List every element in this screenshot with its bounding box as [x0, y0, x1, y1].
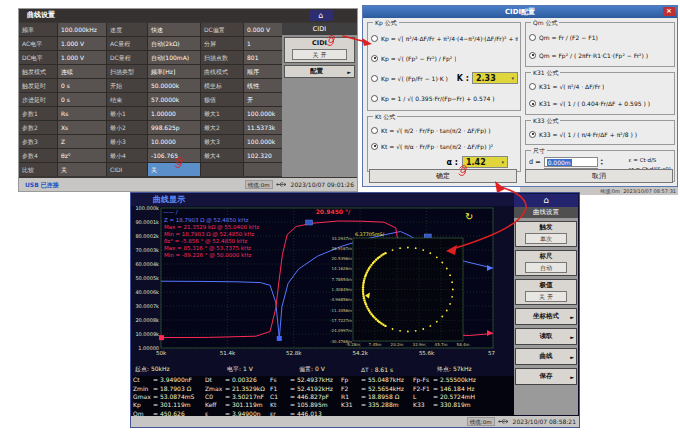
sidebar-button-坐标格式[interactable]: 坐标格式►	[515, 308, 577, 325]
setting-value[interactable]: 0.000 V	[244, 23, 287, 36]
setting-value[interactable]: 顺序	[244, 65, 287, 78]
formula-option[interactable]: Kt = √( π/α · Fr/Fp · tan(π/2 · ΔF/Fp) )…	[371, 138, 518, 154]
setting-label: 开始	[107, 79, 147, 92]
setting-value[interactable]: 0 s	[58, 93, 106, 106]
radio-icon[interactable]	[529, 34, 536, 41]
setting-value[interactable]: 100.000k	[244, 107, 287, 120]
ok-button[interactable]: 确定	[369, 169, 517, 183]
result-cell: F1= 52.4192kHz	[270, 385, 341, 393]
formula-option[interactable]: Qm = Fp² / ( 2πFr·R1·C1·(Fp² − Fr²) )	[529, 46, 672, 64]
setting-label: 最小2	[107, 121, 147, 134]
setting-value[interactable]: 50.0000k	[148, 79, 200, 92]
formula-text: Kt = √( π/α · Fr/Fp · tan(π/2 · ΔF/Fp) )…	[381, 143, 493, 150]
setting-value[interactable]: 自动(2kΩ)	[148, 37, 200, 50]
radio-icon[interactable]	[529, 83, 536, 90]
setting-value[interactable]: 快速	[148, 23, 200, 36]
alpha-value-input[interactable]: 1.42▾	[462, 156, 508, 168]
setting-value[interactable]: Rs	[58, 107, 106, 120]
setting-value[interactable]: 1.000 V	[58, 51, 106, 64]
setting-value[interactable]: 801	[244, 51, 287, 64]
formula-option[interactable]: Kp = √[ π²/4·ΔF/Fr + π²/4·(4−π²/4)·(ΔF/F…	[371, 28, 518, 48]
k-value-input[interactable]: 2.33▾	[472, 72, 518, 84]
radio-icon[interactable]	[529, 52, 536, 59]
setting-value[interactable]: 线性	[244, 79, 287, 92]
setting-value[interactable]: 100.000k	[244, 135, 287, 148]
sidebar-button-极值[interactable]: 极值关 开	[515, 279, 577, 305]
home-icon[interactable]: ⌂	[514, 194, 578, 207]
radio-icon[interactable]	[529, 131, 536, 138]
setting-value[interactable]: 998.625p	[148, 121, 200, 134]
radio-icon[interactable]	[371, 143, 378, 150]
formula-option[interactable]: K33 = √( 1 / ( π/4·Fr/ΔF + π²/8 ) )	[529, 126, 672, 142]
setting-value[interactable]: 0 s	[58, 79, 106, 92]
svg-text:60.0004k: 60.0004k	[135, 261, 159, 267]
cidi-config-button[interactable]: 配置►	[284, 65, 355, 78]
setting-value[interactable]: 57.0000k	[148, 93, 200, 106]
curve-sidebar-header: 曲线设置	[514, 207, 578, 218]
sidebar-button-保存[interactable]: 保存►	[515, 368, 577, 385]
svg-text:Min = 18.7903 Ω @ 52.4850 kHz: Min = 18.7903 Ω @ 52.4850 kHz	[164, 231, 254, 237]
radio-icon[interactable]	[371, 95, 378, 102]
setting-value[interactable]: 关	[58, 163, 106, 176]
setting-value[interactable]: 开	[244, 93, 287, 106]
cidi-toggle-button[interactable]: CIDI 关 开	[284, 37, 355, 63]
sidebar-button-标尺[interactable]: 标尺自动	[515, 250, 577, 276]
setting-value[interactable]: -106.765	[148, 149, 200, 162]
setting-value[interactable]: 102.320	[244, 149, 287, 162]
sidebar-button-曲线[interactable]: 曲线►	[515, 348, 577, 365]
formula-option[interactable]: K31 = √( π²/4 · ΔF/Fr )	[529, 78, 672, 95]
svg-text:7.78554m: 7.78554m	[332, 277, 353, 282]
setting-value[interactable]: 10.0000	[148, 135, 200, 148]
radio-icon[interactable]	[371, 127, 378, 134]
setting-value[interactable]: 频率[Hz]	[148, 65, 200, 78]
alpha-input-label: α :	[447, 158, 458, 167]
svg-text:32.9m: 32.9m	[413, 342, 426, 347]
sidebar-button-读取[interactable]: 读取►	[515, 328, 577, 345]
formula-option[interactable]: Kp = √( (Fp² − Fr²) / Fp² )	[371, 48, 518, 68]
spinner-arrows-icon[interactable]: ▴▾	[601, 158, 603, 166]
submenu-arrow-icon: ►	[570, 334, 574, 340]
sidebar-button-触发[interactable]: 触发单次	[515, 221, 577, 247]
setting-value[interactable]	[244, 163, 287, 176]
setting-value[interactable]: 11.5373k	[244, 121, 287, 134]
radio-icon[interactable]	[529, 100, 536, 107]
result-cell: K31= 335.288m	[341, 401, 413, 409]
sidebar-button-label: 坐标格式	[533, 312, 559, 321]
svg-text:50k: 50k	[156, 350, 167, 356]
setting-value[interactable]: 100.000kHz	[58, 23, 106, 36]
svg-text:-17.7227m: -17.7227m	[330, 318, 352, 323]
formula-option[interactable]: Kp = 1 / √( 0.395·Fr/(Fp−Fr) + 0.574 )	[371, 88, 518, 108]
d-spinner[interactable]: 0.000m	[544, 157, 598, 167]
svg-text:26.9167m: 26.9167m	[332, 246, 353, 251]
curve-status-bar: 线缆:0m 2023/10/07 08:58:21	[131, 416, 579, 427]
sidebar-button-value: 关 开	[525, 291, 567, 302]
formula-option[interactable]: Qm = Fr / (F2 − F1)	[529, 28, 672, 46]
setting-value[interactable]: 关	[148, 163, 200, 176]
setting-value[interactable]: 自动(100mA)	[148, 51, 200, 64]
cancel-button[interactable]: 取消	[525, 169, 673, 183]
formula-option[interactable]: Kt = √( π/2 · Fr/Fp · tan(π/2 · ΔF/Fp) )	[371, 122, 518, 138]
radio-icon[interactable]	[371, 35, 378, 42]
result-cell: Keff= 301.119m	[205, 401, 270, 409]
setting-label: 结束	[107, 93, 147, 106]
close-icon[interactable]: ×	[663, 7, 675, 16]
setting-value[interactable]: Xs	[58, 121, 106, 134]
radio-icon[interactable]	[371, 75, 378, 82]
setting-value[interactable]: 连续	[58, 65, 106, 78]
svg-text:—— /: —— /	[163, 209, 178, 215]
setting-value[interactable]: 1	[244, 37, 287, 50]
setting-value[interactable]: 1.00000	[148, 107, 200, 120]
svg-text:-11.3456m: -11.3456m	[330, 308, 352, 313]
svg-text:10.0009k: 10.0009k	[135, 331, 159, 337]
home-icon[interactable]: ⌂	[309, 10, 333, 21]
radio-icon[interactable]	[371, 55, 378, 62]
formula-group: Kp 公式Kp = √[ π²/4·ΔF/Fr + π²/4·(4−π²/4)·…	[367, 22, 521, 111]
setting-value[interactable]: Z	[58, 135, 106, 148]
formula-option[interactable]: Kp = √( (Fp/Fr − 1)·K )K :2.33▾	[371, 68, 518, 88]
svg-text:-4.96856m: -4.96856m	[330, 297, 352, 302]
info-0: 起点: 50kHz	[135, 365, 227, 374]
formula-option[interactable]: K31 = √( 1 / ( 0.404·Fr/ΔF + 0.595 ) )	[529, 95, 672, 112]
setting-value[interactable]: θz°	[58, 149, 106, 162]
setting-value[interactable]: 1.000 V	[58, 37, 106, 50]
submenu-arrow-icon: ►	[347, 67, 351, 77]
